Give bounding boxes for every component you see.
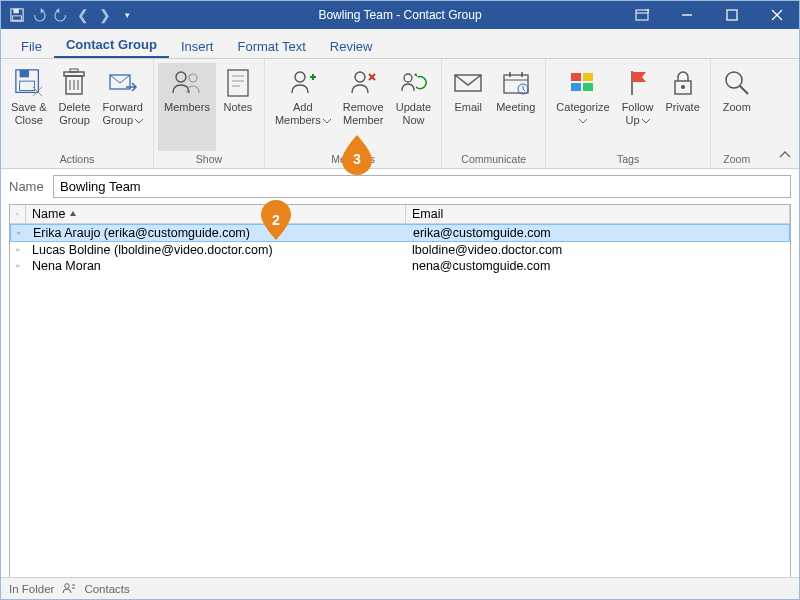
update-now-button[interactable]: Update Now (390, 63, 437, 151)
remove-member-label: Remove Member (343, 101, 384, 126)
remove-member-button[interactable]: Remove Member (337, 63, 390, 151)
add-members-icon (287, 67, 319, 99)
next-icon[interactable]: ❯ (97, 7, 113, 23)
list-header: Name Email (10, 205, 790, 224)
group-members-label: Members (331, 151, 375, 169)
svg-rect-1 (14, 9, 19, 13)
zoom-button[interactable]: Zoom (715, 63, 759, 151)
svg-rect-21 (228, 70, 248, 96)
member-email: erika@customguide.com (407, 225, 789, 241)
notes-icon (222, 67, 254, 99)
save-close-button[interactable]: Save & Close (5, 63, 52, 151)
categorize-button[interactable]: Categorize (550, 63, 615, 151)
svg-rect-2 (13, 16, 22, 20)
svg-rect-41 (583, 73, 593, 81)
table-row[interactable]: Erika Araujo (erika@customguide.com)erik… (10, 224, 790, 242)
update-now-icon (397, 67, 429, 99)
group-communicate-label: Communicate (461, 151, 526, 169)
qat-more-icon[interactable]: ▾ (119, 7, 135, 23)
member-name: Lucas Boldine (lboldine@video.doctor.com… (26, 242, 406, 258)
svg-point-50 (18, 232, 19, 233)
categorize-icon (567, 67, 599, 99)
svg-point-20 (189, 74, 197, 82)
member-email: lboldine@video.doctor.com (406, 242, 790, 258)
save-icon[interactable] (9, 7, 25, 23)
svg-line-39 (523, 89, 525, 91)
tab-review[interactable]: Review (318, 33, 385, 58)
members-button[interactable]: Members (158, 63, 216, 151)
tab-file[interactable]: File (9, 33, 54, 58)
redo-icon[interactable] (53, 7, 69, 23)
title-bar: ❮ ❯ ▾ Bowling Team - Contact Group (1, 1, 799, 29)
ribbon-display-options-button[interactable] (619, 1, 664, 29)
email-column-header[interactable]: Email (406, 205, 790, 223)
email-label: Email (454, 101, 482, 114)
collapse-ribbon-icon[interactable] (779, 148, 791, 162)
close-button[interactable] (754, 1, 799, 29)
icon-column-header[interactable] (10, 205, 26, 223)
group-communicate: Email Meeting Communicate (442, 59, 546, 168)
svg-rect-10 (19, 70, 28, 78)
maximize-button[interactable] (709, 1, 754, 29)
svg-rect-6 (727, 10, 737, 20)
meeting-button[interactable]: Meeting (490, 63, 541, 151)
email-button[interactable]: Email (446, 63, 490, 151)
tab-format-text[interactable]: Format Text (225, 33, 317, 58)
svg-point-25 (295, 72, 305, 82)
window-controls (619, 1, 799, 29)
tab-contact-group[interactable]: Contact Group (54, 31, 169, 58)
group-tags-label: Tags (617, 151, 639, 169)
categorize-label: Categorize (556, 101, 609, 126)
remove-member-icon (347, 67, 379, 99)
name-label: Name (9, 179, 53, 194)
lock-icon (667, 67, 699, 99)
group-tags: Categorize Follow Up Private Tags (546, 59, 710, 168)
follow-up-button[interactable]: Follow Up (616, 63, 660, 151)
svg-point-59 (65, 583, 70, 588)
svg-rect-40 (571, 73, 581, 81)
save-close-label: Save & Close (11, 101, 46, 126)
group-show-label: Show (196, 151, 222, 169)
group-actions: Save & Close Delete Group Forward Group … (1, 59, 154, 168)
status-contacts: Contacts (84, 583, 129, 595)
notes-button-label: Notes (224, 101, 253, 114)
group-show: Members Notes Show (154, 59, 265, 168)
private-button[interactable]: Private (660, 63, 706, 151)
group-actions-label: Actions (60, 151, 94, 169)
member-email: nena@customguide.com (406, 258, 790, 274)
add-members-label: Add Members (275, 101, 331, 126)
svg-line-48 (740, 86, 748, 94)
svg-point-19 (176, 72, 186, 82)
notes-button[interactable]: Notes (216, 63, 260, 151)
svg-point-53 (17, 249, 18, 250)
members-icon (171, 67, 203, 99)
member-icon (10, 259, 26, 273)
status-bar: In Folder Contacts (1, 577, 799, 599)
tab-insert[interactable]: Insert (169, 33, 226, 58)
status-in-folder: In Folder (9, 583, 54, 595)
group-zoom-label: Zoom (723, 151, 750, 169)
undo-icon[interactable] (31, 7, 47, 23)
group-zoom: Zoom Zoom (711, 59, 763, 168)
update-now-label: Update Now (396, 101, 431, 126)
group-name-input[interactable] (53, 175, 791, 198)
member-name: Erika Araujo (erika@customguide.com) (27, 225, 407, 241)
svg-point-28 (355, 72, 365, 82)
minimize-button[interactable] (664, 1, 709, 29)
member-icon (10, 243, 26, 257)
sort-asc-icon (69, 210, 77, 218)
previous-icon[interactable]: ❮ (75, 7, 91, 23)
private-label: Private (666, 101, 700, 114)
name-column-header[interactable]: Name (26, 205, 406, 223)
meeting-icon (500, 67, 532, 99)
status-contacts-icon (62, 582, 76, 596)
table-row[interactable]: Lucas Boldine (lboldine@video.doctor.com… (10, 242, 790, 258)
zoom-label: Zoom (723, 101, 751, 114)
svg-point-49 (17, 213, 18, 214)
add-members-button[interactable]: Add Members (269, 63, 337, 151)
member-name: Nena Moran (26, 258, 406, 274)
svg-point-46 (681, 85, 685, 89)
forward-group-button[interactable]: Forward Group (96, 63, 149, 151)
table-row[interactable]: Nena Morannena@customguide.com (10, 258, 790, 274)
delete-group-button[interactable]: Delete Group (52, 63, 96, 151)
